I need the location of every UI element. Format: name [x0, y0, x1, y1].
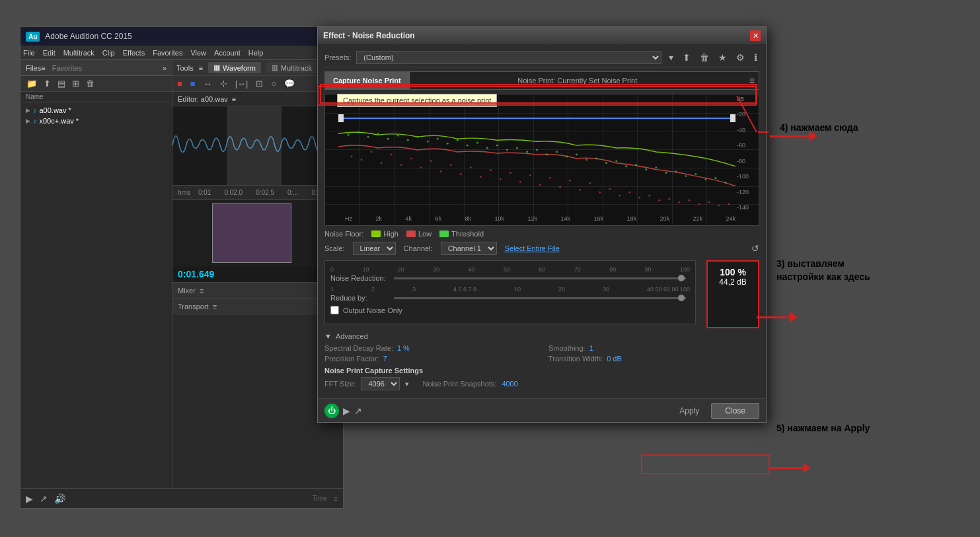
move-tool-icon[interactable]: ↔: [202, 78, 214, 89]
advanced-label: Advanced: [336, 332, 368, 340]
dialog-title: Effect - Noise Reduction: [323, 31, 415, 40]
arrow-5-head: [803, 462, 811, 473]
noise-print-menu-btn[interactable]: ≡: [745, 75, 759, 86]
menu-clip[interactable]: Clip: [102, 49, 115, 57]
menu-help[interactable]: Help: [248, 49, 264, 57]
noise-reduction-track[interactable]: [394, 277, 686, 279]
waveform-icon-2: ♪: [33, 117, 37, 125]
color-swatch-red[interactable]: ■: [175, 78, 184, 89]
menu-effects[interactable]: Effects: [123, 49, 145, 57]
file-item-a00[interactable]: ▶ ♪ a00.wav *: [20, 105, 172, 116]
menu-file[interactable]: File: [23, 49, 35, 57]
waveform-button[interactable]: ▦ Waveform: [208, 62, 261, 73]
select-entire-file-btn[interactable]: Select Entire File: [505, 244, 560, 252]
lasso-tool-icon[interactable]: ○: [269, 78, 278, 89]
presets-save-btn[interactable]: ⬆: [681, 52, 693, 63]
spectrum-svg: [338, 94, 735, 212]
fft-select[interactable]: 4096: [361, 377, 400, 390]
transport-label: Transport: [178, 303, 209, 310]
trash-icon[interactable]: 🗑: [84, 78, 96, 89]
select-tool-icon[interactable]: ⊹: [218, 78, 229, 89]
svg-point-29: [619, 195, 621, 197]
svg-point-23: [559, 186, 561, 188]
presets-info-btn[interactable]: ℹ: [752, 52, 759, 63]
export-btn[interactable]: ↗: [354, 406, 362, 416]
import-icon[interactable]: ⬆: [42, 78, 53, 89]
db-label-100: -100: [737, 173, 757, 180]
presets-delete-btn[interactable]: 🗑: [698, 52, 711, 63]
reduce-by-handle[interactable]: [678, 295, 685, 301]
bottom-left: ⏻ ▶ ↗: [324, 404, 362, 418]
au-menubar[interactable]: File Edit Multitrack Clip Effects Favori…: [20, 46, 343, 60]
svg-point-3: [361, 159, 363, 161]
favorites-tab[interactable]: Favorites: [52, 64, 82, 72]
files-panel-header: Files ≡ Favorites »: [20, 60, 172, 76]
noise-reduction-label: Noise Reduction:: [330, 274, 390, 282]
svg-point-43: [367, 136, 369, 138]
tools-label: Tools: [176, 64, 194, 72]
presets-star-btn[interactable]: ★: [716, 52, 729, 63]
apply-button[interactable]: Apply: [671, 404, 707, 418]
advanced-header[interactable]: ▼ Advanced: [324, 332, 759, 340]
fft-dropdown-arrow[interactable]: ▾: [405, 380, 409, 388]
svg-point-58: [516, 147, 518, 149]
expand-icon[interactable]: »: [163, 64, 167, 72]
svg-point-55: [486, 147, 488, 149]
reduce-by-slider-row: Reduce by:: [330, 294, 690, 302]
close-dialog-button[interactable]: Close: [711, 403, 759, 419]
noise-reduction-handle[interactable]: [678, 275, 685, 281]
menu-edit[interactable]: Edit: [43, 49, 56, 57]
svg-point-16: [490, 169, 492, 171]
precision-label: Precision Factor:: [324, 355, 379, 363]
svg-point-24: [569, 180, 571, 182]
menu-favorites[interactable]: Favorites: [153, 49, 182, 57]
menu-account[interactable]: Account: [214, 49, 241, 57]
sliders-value-container: 0 10 20 30 40 50 60 70 80 90 100 Noise R…: [324, 260, 759, 328]
reduce-by-track[interactable]: [394, 297, 686, 299]
play-transport-btn[interactable]: ▶: [26, 493, 33, 504]
presets-down-btn[interactable]: ▾: [667, 52, 675, 63]
reduce-by-ruler: 1 2 3 4 5 6 7 8 10 20 30 40 50 60 80 100: [330, 286, 690, 293]
list-icon[interactable]: ▤: [56, 78, 67, 89]
file-name-a00: a00.wav *: [40, 106, 71, 114]
folder-icon[interactable]: 📁: [24, 78, 39, 89]
nr-40: 40: [469, 266, 475, 273]
dialog-close-button[interactable]: ✕: [750, 30, 761, 41]
svg-point-59: [526, 151, 528, 153]
time-tool-icon[interactable]: |↔|: [233, 78, 250, 89]
file-item-x00c[interactable]: ▶ ♪ x00c+.wav *: [20, 116, 172, 126]
green-scatter: [348, 131, 727, 184]
reset-btn[interactable]: ↺: [751, 243, 759, 254]
menu-multitrack[interactable]: Multitrack: [63, 49, 94, 57]
presets-settings-btn[interactable]: ⚙: [734, 52, 747, 63]
play-preview-btn[interactable]: ▶: [343, 406, 350, 416]
output-noise-checkbox[interactable]: [330, 306, 339, 314]
arrow-4-shaft: [770, 135, 810, 137]
rb-2: 2: [371, 286, 375, 293]
svg-point-11: [440, 170, 442, 172]
au-panels: Files ≡ Favorites » 📁 ⬆ ▤ ⊞ 🗑 Name ▶ ♪ a…: [20, 60, 343, 508]
color-swatch-blue[interactable]: ■: [188, 78, 198, 89]
power-button[interactable]: ⏻: [324, 404, 339, 418]
channel-select[interactable]: Channel 1: [441, 242, 497, 255]
waveform-label: Waveform: [223, 64, 256, 72]
capture-noise-btn[interactable]: Capture Noise Print: [325, 72, 410, 89]
spectrum-db-labels: dB -20 -40 -60 -80 -100 -120 -140: [735, 94, 759, 212]
presets-select[interactable]: (Custom): [356, 51, 661, 64]
export-transport-btn[interactable]: ↗: [40, 493, 48, 504]
time-bottom-label: Time: [313, 495, 327, 502]
multitrack-button[interactable]: ▥ Multitrack: [266, 62, 317, 73]
svg-point-5: [381, 162, 383, 164]
transition-label: Transition Width:: [548, 355, 603, 363]
spectral-decay-value: 1 %: [397, 344, 410, 352]
menu-view[interactable]: View: [190, 49, 206, 57]
speech-bubble-icon[interactable]: 💬: [282, 78, 297, 89]
marquee-tool-icon[interactable]: ⊡: [254, 78, 265, 89]
transition-value: 0 dB: [607, 355, 622, 363]
svg-point-19: [519, 181, 521, 183]
nr-70: 70: [574, 266, 581, 273]
volume-icon[interactable]: 🔊: [54, 493, 65, 504]
grid-icon[interactable]: ⊞: [70, 78, 81, 89]
files-panel-icon: ≡: [41, 64, 45, 72]
scale-select[interactable]: Linear: [353, 242, 396, 255]
